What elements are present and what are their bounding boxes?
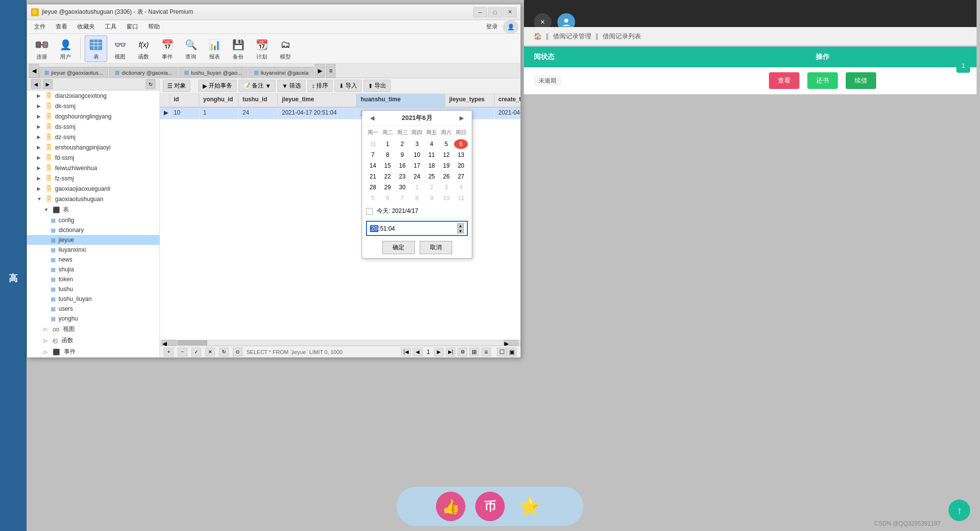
sidebar-item-dk-ssmj[interactable]: ▶ 🗄 dk-ssmj (27, 101, 159, 111)
sidebar-item-shujia[interactable]: ▦ shujia (27, 265, 159, 274)
sort-btn[interactable]: ↕ 排序 (307, 80, 333, 92)
login-button[interactable]: 登录 (481, 21, 503, 33)
cal-day[interactable]: 4 (425, 139, 438, 149)
return-btn[interactable]: 还书 (807, 72, 838, 89)
sidebar-item-event-folder[interactable]: ▷ ⬛ 事件 (27, 346, 159, 357)
cal-day[interactable]: 30 (396, 182, 409, 192)
start-task-btn[interactable]: ▶ 开始事务 (198, 80, 237, 92)
tab-arrow-left[interactable]: ◀ (29, 64, 39, 78)
view-mode-btn[interactable]: ⊞ (469, 348, 479, 356)
sidebar-item-function-folder[interactable]: ▷ f() 函数 (27, 335, 159, 346)
col-yonghu-id[interactable]: yonghu_id (199, 94, 239, 107)
cal-day[interactable]: 31 (366, 139, 380, 149)
sidebar-item-view-folder[interactable]: ▷ oo 视图 (27, 324, 159, 335)
sidebar-item-tushu[interactable]: ▦ tushu (27, 284, 159, 294)
cal-day[interactable]: 20 (454, 161, 468, 171)
save-row-btn[interactable]: ✓ (191, 348, 201, 356)
stop-btn[interactable]: ⊙ (233, 348, 243, 356)
toolbar-report[interactable]: 📊 报表 (204, 36, 225, 61)
sidebar-item-fd-ssmj[interactable]: ▶ 🗄 fd-ssmj (27, 152, 159, 163)
sidebar-item-news[interactable]: ▦ news (27, 255, 159, 265)
cal-day[interactable]: 1 (381, 139, 395, 149)
cal-day[interactable]: 4 (454, 182, 468, 192)
time-up-btn[interactable]: ▲ (457, 223, 464, 228)
maximize-button[interactable]: □ (488, 7, 502, 17)
today-checkbox[interactable] (366, 208, 373, 215)
first-page-btn[interactable]: |◀ (401, 348, 411, 356)
sidebar-item-dianzixiangcexitong[interactable]: ▶ 🗄 dianzixiangcexitong (27, 90, 159, 101)
export-btn[interactable]: ⬆ 导出 (364, 80, 391, 92)
toolbar-query[interactable]: 🔍 查询 (180, 36, 202, 61)
cal-day[interactable]: 28 (366, 182, 380, 192)
sidebar-item-tushu-liuyan[interactable]: ▦ tushu_liuyan (27, 294, 159, 304)
sidebar-refresh[interactable]: ↻ (146, 79, 155, 89)
tab-dictionary[interactable]: ▦ dictionary @gaoxia... (109, 67, 178, 78)
cal-day[interactable]: 5 (366, 193, 380, 203)
toolbar-view[interactable]: 👓 视图 (109, 36, 131, 61)
object-btn[interactable]: ☰ 对象 (163, 80, 190, 92)
sidebar-item-ershoushanpinjiaoyi[interactable]: ▶ 🗄 ershoushangpinjiaoyi (27, 142, 159, 152)
cal-day[interactable]: 7 (396, 193, 409, 203)
cal-day[interactable]: 2 (396, 139, 409, 149)
col-tushu-id[interactable]: tushu_id (239, 94, 278, 107)
sidebar-forward[interactable]: ▶ (43, 79, 53, 89)
menu-file[interactable]: 文件 (29, 21, 51, 33)
cal-prev-btn[interactable]: ◀ (367, 114, 377, 122)
cal-day[interactable]: 9 (425, 193, 438, 203)
breadcrumb-management[interactable]: 借阅记录管理 (553, 32, 591, 41)
toolbar-model[interactable]: 🗂 模型 (275, 36, 296, 61)
form-btn[interactable]: ☐ (497, 348, 507, 356)
scrollbar-right[interactable]: ▶ (504, 340, 519, 346)
sidebar-item-dictionary[interactable]: ▦ dictionary (27, 225, 159, 235)
cal-day[interactable]: 11 (454, 193, 468, 203)
tab-tushu-liuyan[interactable]: ▦ tushu_liuyan @gao... (179, 67, 247, 78)
cal-day[interactable]: 5 (439, 139, 453, 149)
time-down-btn[interactable]: ▼ (457, 229, 464, 234)
cal-day[interactable]: 8 (410, 193, 424, 203)
cal-day[interactable]: 14 (366, 161, 380, 171)
toolbar-table[interactable]: 表 (85, 35, 107, 62)
cal-day[interactable]: 6 (381, 193, 395, 203)
next-page-btn[interactable]: ▶ (434, 348, 444, 356)
view-mode-btn2[interactable]: ≡ (481, 348, 491, 356)
toolbar-backup[interactable]: 💾 备份 (227, 36, 249, 61)
col-huanshu-time[interactable]: huanshu_time (357, 94, 445, 107)
toolbar-user[interactable]: 👤 用户 (55, 36, 76, 61)
settings-btn[interactable]: ⚙ (458, 348, 467, 356)
sidebar-item-gaoxiaotushuguan[interactable]: ▼ 🗄 gaoxiaotushuguan (27, 194, 159, 204)
star-btn[interactable]: ⭐ (515, 492, 544, 521)
menu-window[interactable]: 窗口 (122, 21, 143, 33)
sidebar-item-ds-ssmj[interactable]: ▶ 🗄 ds-ssmj (27, 121, 159, 132)
cal-day[interactable]: 23 (396, 172, 409, 181)
cal-day[interactable]: 10 (439, 193, 453, 203)
cal-day[interactable]: 8 (381, 150, 395, 160)
sidebar-item-liuyanxinxi[interactable]: ▦ liuyanxinxi (27, 245, 159, 255)
cal-day-highlighted[interactable]: 6 (454, 139, 468, 149)
cal-day[interactable]: 12 (439, 150, 453, 160)
view-btn[interactable]: 查看 (769, 72, 799, 89)
add-row-btn[interactable]: + (164, 348, 174, 356)
cal-day[interactable]: 21 (366, 172, 380, 181)
toolbar-connect[interactable]: 连接 (31, 36, 53, 61)
tab-liuyanxinxi[interactable]: ▦ liuyanxinxi @gaoxia (248, 67, 314, 78)
cal-day[interactable]: 24 (410, 172, 424, 181)
import-btn[interactable]: ⬇ 导入 (335, 80, 362, 92)
cal-day[interactable]: 3 (439, 182, 453, 192)
scrollbar-left[interactable]: ◀ (162, 340, 177, 346)
toolbar-schedule[interactable]: 📆 计划 (251, 36, 273, 61)
cal-day[interactable]: 15 (381, 161, 395, 171)
cal-day[interactable]: 11 (425, 150, 438, 160)
close-button[interactable]: ✕ (503, 7, 517, 17)
menu-view[interactable]: 查看 (51, 21, 72, 33)
note-btn[interactable]: 📝 备注 ▼ (239, 80, 276, 92)
sidebar-back[interactable]: ◀ (31, 79, 41, 89)
cal-day[interactable]: 26 (439, 172, 453, 181)
toolbar-event[interactable]: 📅 事件 (156, 36, 178, 61)
sidebar-item-config[interactable]: ▦ config (27, 215, 159, 225)
cal-day[interactable]: 29 (381, 182, 395, 192)
cal-time-input[interactable]: 20 :51:04 ▲ ▼ (366, 221, 468, 236)
cal-confirm-btn[interactable]: 确定 (382, 241, 415, 254)
sidebar-item-token[interactable]: ▦ token (27, 274, 159, 284)
discard-btn[interactable]: ✕ (205, 348, 215, 356)
cal-day[interactable]: 3 (410, 139, 424, 149)
